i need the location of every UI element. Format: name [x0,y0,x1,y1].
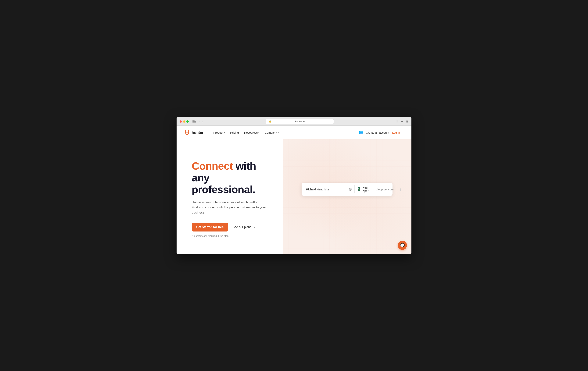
login-arrow-icon: → [401,131,404,134]
browser-toolbar-right: ⬆ + ⧉ [395,119,409,124]
company-logo-icon: 🍃 [358,187,360,191]
sidebar-toggle-icon[interactable] [192,120,196,123]
share-button[interactable]: ⬆ [395,119,399,124]
nav-links: Product ▾ Pricing Resources ▾ Company ▾ [211,130,359,136]
right-panel: @ 🍃 Pied Piper piedpiper.com ) 💬 [283,139,411,254]
nav-pricing[interactable]: Pricing [228,130,241,136]
minimize-button[interactable] [183,120,185,123]
page-content: hunter Product ▾ Pricing Resources ▾ Com… [177,126,411,254]
main-content: Connect withany professional. Hunter is … [177,139,411,254]
hero-headline: Connect withany professional. [192,160,275,195]
get-started-button[interactable]: Get started for free [192,223,228,231]
logo-link[interactable]: hunter [184,130,203,136]
browser-chrome: ‹ › 🔒 hunter.io ↺ ⬆ + ⧉ [177,117,411,126]
hunter-logo-icon [184,130,190,136]
browser-navigation: ‹ › [198,120,204,124]
back-button[interactable]: ‹ [198,120,201,124]
no-credit-card-text: No credit card required. Free plan. [192,234,275,237]
fullscreen-button[interactable] [186,120,189,123]
chat-icon: 💬 [400,243,405,248]
company-chevron-icon: ▾ [278,131,279,134]
login-link[interactable]: Log in → [392,131,404,134]
pattern-overlay [283,139,411,254]
domain-field: piedpiper.com [373,185,397,194]
resources-chevron-icon: ▾ [258,131,259,134]
search-result-indicator[interactable]: ) [397,185,404,194]
new-tab-button[interactable]: + [401,120,403,124]
traffic-lights [179,120,189,123]
refresh-button[interactable]: ↺ [328,120,331,123]
search-demo-card: @ 🍃 Pied Piper piedpiper.com ) [302,183,392,196]
nav-company[interactable]: Company ▾ [262,130,281,136]
nav-right: 🌐 Create an account Log in → [359,130,404,135]
left-panel: Connect withany professional. Hunter is … [177,139,283,254]
nav-product[interactable]: Product ▾ [211,130,227,136]
nav-resources[interactable]: Resources ▾ [242,130,262,136]
create-account-link[interactable]: Create an account [366,131,389,134]
browser-window: ‹ › 🔒 hunter.io ↺ ⬆ + ⧉ [177,117,411,254]
chat-button[interactable]: 💬 [398,241,407,250]
svg-point-0 [187,134,188,135]
hero-subtitle: Hunter is your all-in-one email outreach… [192,200,267,215]
company-name-text: Pied Piper [362,186,370,192]
tab-overview-button[interactable]: ⧉ [406,120,409,124]
forward-button[interactable]: › [201,120,204,124]
language-icon[interactable]: 🌐 [359,130,363,135]
cta-row: Get started for free See our plans → [192,223,275,231]
search-name-input[interactable] [302,185,346,194]
close-button[interactable] [179,120,182,123]
see-plans-arrow-icon: → [252,225,256,229]
hero-headline-highlight: Connect [192,160,233,172]
company-field[interactable]: 🍃 Pied Piper [355,183,373,195]
url-text: hunter.io [273,120,327,123]
product-chevron-icon: ▾ [224,131,225,134]
see-plans-link[interactable]: See our plans → [233,225,256,229]
navbar: hunter Product ▾ Pricing Resources ▾ Com… [177,126,411,139]
lock-icon: 🔒 [269,120,272,123]
logo-text: hunter [192,130,203,135]
address-bar[interactable]: 🔒 hunter.io ↺ [266,119,334,124]
at-separator: @ [346,185,355,193]
